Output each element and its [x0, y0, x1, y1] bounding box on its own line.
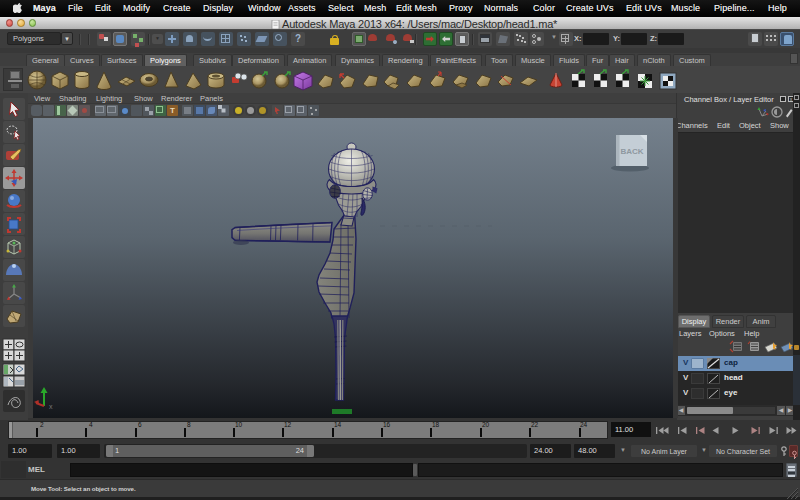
- svg-text:BACK: BACK: [620, 147, 643, 156]
- svg-text:x: x: [49, 403, 53, 410]
